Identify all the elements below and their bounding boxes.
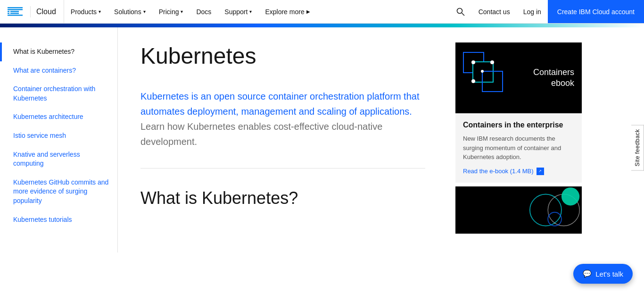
sidebar-item-knative[interactable]: Knative and serverless computing	[0, 145, 117, 173]
svg-rect-6	[9, 13, 10, 14]
nav-products[interactable]: Products ▾	[64, 0, 107, 23]
svg-rect-0	[8, 7, 23, 8]
svg-point-11	[561, 187, 579, 205]
login-button[interactable]: Log in	[517, 0, 548, 23]
nav-explore[interactable]: Explore more ▶	[258, 0, 316, 23]
right-sidebar: Containers ebook Containers in the enter…	[448, 27, 589, 253]
svg-point-12	[548, 212, 561, 226]
svg-rect-2	[8, 11, 19, 12]
ebook-card-info: Containers in the enterprise New IBM res…	[455, 113, 582, 183]
pricing-chevron-icon: ▾	[181, 9, 183, 14]
kube-dot-3	[471, 79, 475, 83]
site-feedback-button[interactable]: Site feedback	[631, 125, 644, 170]
card-image-text: Containers ebook	[533, 67, 574, 89]
ebook-card-image: Containers ebook	[455, 42, 582, 113]
nav-docs[interactable]: Docs	[190, 0, 218, 23]
sidebar-item-istio[interactable]: Istio service mesh	[0, 126, 117, 145]
products-chevron-icon: ▾	[99, 9, 101, 14]
svg-point-9	[530, 194, 561, 226]
feedback-sidebar: Site feedback	[631, 125, 644, 170]
kube-art	[463, 52, 510, 104]
search-button[interactable]	[449, 0, 472, 23]
create-account-button[interactable]: Create IBM Cloud account	[548, 0, 644, 23]
search-icon	[456, 7, 465, 17]
solutions-chevron-icon: ▾	[143, 9, 146, 14]
ebook-link[interactable]: Read the e-book (1.4 MB) ↗	[463, 168, 574, 175]
svg-rect-1	[8, 9, 23, 10]
sidebar-item-github[interactable]: Kubernetes GitHub commits and more evide…	[0, 173, 117, 211]
sidebar-item-container-orchestration[interactable]: Container orchestration with Kubernetes	[0, 80, 117, 108]
svg-rect-3	[8, 13, 19, 14]
nav-pricing[interactable]: Pricing ▾	[152, 0, 190, 23]
kube-dot-2	[490, 60, 494, 64]
kube-dot-4	[481, 70, 484, 73]
explore-chevron-icon: ▶	[306, 9, 310, 14]
navbar: Cloud Products ▾ Solutions ▾ Pricing ▾ D…	[0, 0, 644, 24]
content-divider	[140, 168, 425, 169]
ebook-card: Containers ebook Containers in the enter…	[455, 42, 582, 183]
nav-items: Products ▾ Solutions ▾ Pricing ▾ Docs Su…	[64, 0, 449, 23]
intro-highlight: Kubernetes is an open source container o…	[140, 91, 419, 117]
page-layout: What is Kubernetes? What are containers?…	[0, 27, 644, 253]
contact-us-button[interactable]: Contact us	[472, 0, 517, 23]
pdf-icon: ↗	[537, 168, 544, 175]
sidebar-item-what-are-containers[interactable]: What are containers?	[0, 61, 117, 80]
accent-bar	[0, 24, 644, 27]
second-card	[455, 186, 582, 234]
support-chevron-icon: ▾	[249, 9, 252, 14]
svg-line-8	[462, 13, 464, 16]
kube-square-3	[482, 71, 503, 92]
circles-art	[455, 186, 582, 234]
svg-point-7	[457, 8, 462, 13]
main-content: Kubernetes Kubernetes is an open source …	[118, 27, 448, 253]
intro-rest: Learn how Kubernetes enables cost-effect…	[140, 121, 382, 147]
svg-rect-5	[9, 11, 10, 12]
ibm-logo-icon	[8, 7, 23, 17]
cloud-label: Cloud	[30, 6, 56, 17]
svg-rect-4	[8, 15, 23, 16]
intro-text: Kubernetes is an open source container o…	[140, 89, 425, 149]
kube-dot-1	[471, 60, 475, 64]
sidebar-item-what-is-kubernetes[interactable]: What is Kubernetes?	[0, 42, 117, 61]
logo-area[interactable]: Cloud	[0, 0, 64, 23]
nav-support[interactable]: Support ▾	[218, 0, 258, 23]
ibm-logo[interactable]: Cloud	[8, 6, 56, 17]
nav-right: Contact us Log in Create IBM Cloud accou…	[449, 0, 644, 23]
sidebar: What is Kubernetes? What are containers?…	[0, 27, 118, 253]
second-card-image	[455, 186, 582, 234]
nav-solutions[interactable]: Solutions ▾	[107, 0, 152, 23]
section-title: What is Kubernetes?	[140, 187, 425, 210]
sidebar-item-tutorials[interactable]: Kubernetes tutorials	[0, 211, 117, 229]
page-title: Kubernetes	[140, 42, 425, 70]
ebook-title: Containers in the enterprise	[463, 121, 574, 129]
ebook-description: New IBM research documents the surging m…	[463, 134, 574, 162]
sidebar-item-architecture[interactable]: Kubernetes architecture	[0, 108, 117, 126]
